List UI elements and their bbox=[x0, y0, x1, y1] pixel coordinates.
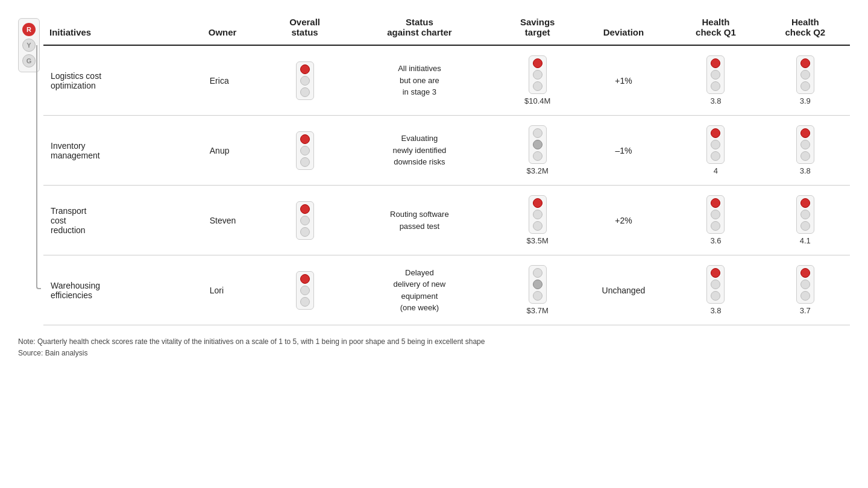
legend-row: R Y G Initiatives Owner Overallstatus St… bbox=[18, 12, 850, 325]
cell-hc-q1: 4 bbox=[671, 116, 760, 186]
note-section: Note: Quarterly health check scores rate… bbox=[18, 336, 850, 359]
table-row: InventorymanagementAnupEvaluatingnewly i… bbox=[43, 116, 850, 186]
cell-initiative: Inventorymanagement bbox=[43, 116, 203, 186]
col-header-initiatives: Initiatives bbox=[43, 12, 203, 45]
cell-overall-status bbox=[269, 45, 340, 116]
table-row: WarehousingefficienciesLoriDelayeddelive… bbox=[43, 255, 850, 325]
cell-savings: $10.4M bbox=[499, 45, 576, 116]
cell-hc-q2: 4.1 bbox=[761, 186, 850, 255]
note-text: Note: Quarterly health check scores rate… bbox=[18, 336, 850, 348]
cell-owner: Steven bbox=[203, 186, 269, 255]
cell-hc-q1: 3.8 bbox=[671, 45, 760, 116]
col-header-hcq2: Healthcheck Q2 bbox=[761, 12, 850, 45]
cell-savings: $3.5M bbox=[499, 186, 576, 255]
col-header-hcq1: Healthcheck Q1 bbox=[671, 12, 760, 45]
cell-owner: Erica bbox=[203, 45, 269, 116]
cell-deviation: Unchanged bbox=[576, 255, 671, 325]
col-header-owner: Owner bbox=[203, 12, 269, 45]
cell-hc-q2: 3.8 bbox=[761, 116, 850, 186]
cell-initiative: Transportcostreduction bbox=[43, 186, 203, 255]
cell-overall-status bbox=[269, 255, 340, 325]
col-header-savings: Savingstarget bbox=[499, 12, 576, 45]
cell-status-charter: Evaluatingnewly identifieddownside risks bbox=[340, 116, 499, 186]
cell-deviation: –1% bbox=[576, 116, 671, 186]
cell-owner: Anup bbox=[203, 116, 269, 186]
cell-owner: Lori bbox=[203, 255, 269, 325]
cell-hc-q1: 3.8 bbox=[671, 255, 760, 325]
table-row: TransportcostreductionStevenRouting soft… bbox=[43, 186, 850, 255]
cell-savings: $3.7M bbox=[499, 255, 576, 325]
cell-status-charter: Routing softwarepassed test bbox=[340, 186, 499, 255]
cell-status-charter: Delayeddelivery of newequipment(one week… bbox=[340, 255, 499, 325]
cell-overall-status bbox=[269, 186, 340, 255]
legend-r-circle: R bbox=[22, 23, 36, 36]
cell-overall-status bbox=[269, 116, 340, 186]
cell-hc-q2: 3.9 bbox=[761, 45, 850, 116]
col-header-deviation: Deviation bbox=[576, 12, 671, 45]
cell-hc-q1: 3.6 bbox=[671, 186, 760, 255]
cell-status-charter: All initiativesbut one arein stage 3 bbox=[340, 45, 499, 116]
source-text: Source: Bain analysis bbox=[18, 348, 850, 359]
cell-initiative: Warehousingefficiencies bbox=[43, 255, 203, 325]
cell-initiative: Logistics costoptimization bbox=[43, 45, 203, 116]
cell-deviation: +2% bbox=[576, 186, 671, 255]
cell-hc-q2: 3.7 bbox=[761, 255, 850, 325]
cell-savings: $3.2M bbox=[499, 116, 576, 186]
col-header-status-charter: Statusagainst charter bbox=[340, 12, 499, 45]
side-bracket bbox=[33, 45, 41, 289]
col-header-overall-status: Overallstatus bbox=[269, 12, 340, 45]
table-container: Initiatives Owner Overallstatus Statusag… bbox=[43, 12, 850, 325]
main-table: Initiatives Owner Overallstatus Statusag… bbox=[43, 12, 850, 325]
table-row: Logistics costoptimizationEricaAll initi… bbox=[43, 45, 850, 116]
cell-deviation: +1% bbox=[576, 45, 671, 116]
